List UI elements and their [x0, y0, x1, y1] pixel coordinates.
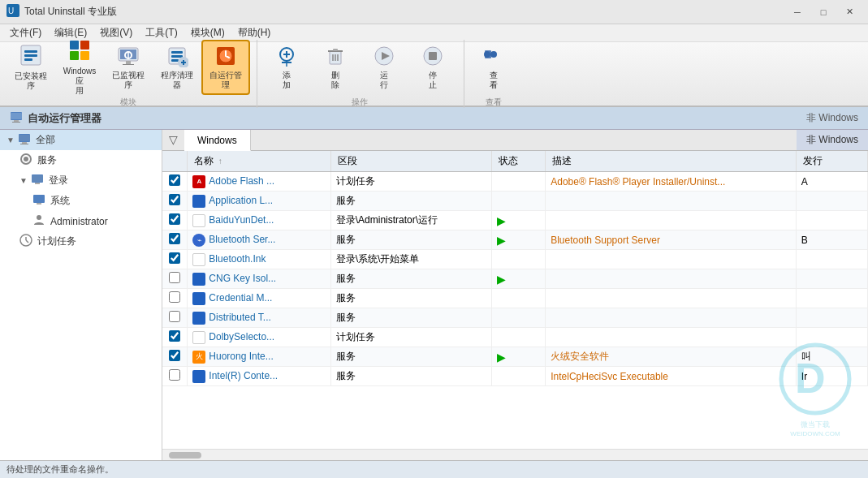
toolbar-run-btn[interactable]: 运行 [360, 40, 408, 95]
table-row[interactable]: AAdobe Flash ...计划任务Adobe® Flash® Player… [162, 172, 868, 192]
sidebar-item-system[interactable]: 系统 [0, 191, 162, 211]
svg-rect-49 [22, 142, 27, 144]
row-checkbox[interactable] [169, 330, 180, 342]
row-checkbox[interactable] [169, 272, 180, 283]
menu-modules[interactable]: 模块(M) [184, 24, 231, 41]
view-label: 查看 [490, 71, 498, 90]
row-desc [546, 308, 797, 328]
row-checkbox[interactable] [169, 350, 180, 361]
table-row[interactable]: CNG Key Isol...服务▶ [162, 269, 868, 289]
section-icon [10, 110, 23, 126]
table-row[interactable]: Credential M...服务 [162, 289, 868, 308]
toolbar-stop-btn[interactable]: 停止 [408, 40, 457, 95]
table-header-row: 名称 ↑ 区段 状态 描述 发行 [162, 151, 868, 172]
row-checkbox[interactable] [169, 252, 180, 264]
toolbar-autorun-btn[interactable]: 自运行管理 [201, 40, 250, 95]
row-section: 计划任务 [330, 328, 491, 347]
hscrollbar[interactable] [162, 449, 868, 460]
col-desc[interactable]: 描述 [546, 151, 797, 172]
row-name: Bluetooth.Ink [188, 250, 330, 269]
svg-rect-9 [80, 51, 89, 60]
row-publisher [796, 308, 867, 328]
sidebar-icon-system [32, 193, 45, 209]
toolbar-view-btn[interactable]: 查看 [469, 40, 518, 95]
menu-help[interactable]: 帮助(H) [231, 24, 278, 41]
table-row[interactable]: Distributed T...服务 [162, 308, 868, 328]
col-status[interactable]: 状态 [492, 151, 546, 172]
sidebar-icon-all [18, 132, 31, 148]
svg-text:U: U [8, 6, 14, 15]
close-button[interactable]: ✕ [837, 4, 862, 20]
svg-rect-18 [171, 55, 183, 58]
svg-rect-4 [24, 54, 37, 57]
toolbar-windows-btn[interactable]: Windows 应用 [55, 40, 104, 95]
maximize-button[interactable]: □ [811, 4, 836, 20]
sidebar-item-services[interactable]: 服务 [0, 150, 162, 170]
col-section[interactable]: 区段 [330, 151, 491, 172]
col-name[interactable]: 名称 ↑ [188, 151, 330, 172]
menu-file[interactable]: 文件(F) [3, 24, 48, 41]
sidebar-icon-admin [32, 213, 45, 229]
svg-rect-19 [171, 59, 179, 62]
row-checkbox[interactable] [169, 369, 180, 381]
row-checkbox[interactable] [169, 311, 180, 322]
row-section: 服务 [330, 308, 491, 328]
sidebar-label-login: 登录 [49, 174, 68, 187]
svg-point-52 [24, 157, 28, 161]
row-status [492, 192, 546, 211]
table-row[interactable]: 火Huorong Inte...服务▶火绒安全软件叫 [162, 347, 868, 367]
svg-rect-7 [80, 41, 89, 50]
row-checkbox[interactable] [169, 213, 180, 225]
svg-rect-17 [171, 51, 183, 54]
toolbar-cleaner-btn[interactable]: 程序清理器 [153, 40, 201, 95]
section-title: 自动运行管理器 [28, 111, 101, 126]
svg-rect-50 [20, 144, 28, 144]
filter-icon[interactable]: ▽ [162, 130, 184, 150]
toolbar-ops-group: 添加 删除 运行 停止 [262, 40, 464, 108]
module-group-label: 模块 [6, 97, 250, 108]
tab-non-windows[interactable]: 非 Windows [797, 130, 868, 150]
table-row[interactable]: ⌁Bluetooth Ser...服务▶Bluetooth Support Se… [162, 230, 868, 250]
row-publisher [796, 211, 867, 230]
table-row[interactable]: BaiduYunDet...登录\Administrator\运行▶ [162, 211, 868, 230]
row-desc [546, 269, 797, 289]
menu-view[interactable]: 视图(V) [93, 24, 139, 41]
toolbar-installed-btn[interactable]: 已安装程序 [6, 40, 55, 95]
table-row[interactable]: Application L...服务 [162, 192, 868, 211]
table-row[interactable]: Intel(R) Conte...服务IntelCpHeciSvc Execut… [162, 367, 868, 386]
toolbar-delete-btn[interactable]: 删除 [311, 40, 360, 95]
statusbar: 待处理的文件重命名操作。 [0, 460, 868, 478]
row-publisher [796, 328, 867, 347]
minimize-button[interactable]: ─ [785, 4, 810, 20]
row-publisher [796, 289, 867, 308]
svg-rect-56 [33, 195, 45, 203]
row-checkbox[interactable] [169, 194, 180, 205]
toolbar-monitor-btn[interactable]: 已监视程序 [104, 40, 153, 95]
svg-rect-39 [429, 52, 437, 60]
sidebar-item-admin[interactable]: Administrator [0, 211, 162, 231]
row-checkbox[interactable] [169, 291, 180, 303]
row-name: Distributed T... [188, 308, 330, 328]
row-publisher: 叫 [796, 347, 867, 367]
table-row[interactable]: DolbySelecto...计划任务 [162, 328, 868, 347]
col-publisher[interactable]: 发行 [796, 151, 867, 172]
row-status [492, 328, 546, 347]
sidebar-item-all[interactable]: ▼ 全部 [0, 130, 162, 150]
menu-tools[interactable]: 工具(T) [139, 24, 184, 41]
table-container[interactable]: 名称 ↑ 区段 状态 描述 发行 AAdobe Flash ...计划任务Ado… [162, 151, 868, 449]
row-status: ▶ [492, 347, 546, 367]
sidebar: ▼ 全部 服务 ▼ 登录 [0, 130, 162, 460]
row-checkbox[interactable] [169, 233, 180, 244]
tab-windows[interactable]: Windows [184, 130, 251, 151]
row-desc [546, 192, 797, 211]
sidebar-arrow-login: ▼ [19, 176, 28, 185]
sidebar-item-login[interactable]: ▼ 登录 [0, 170, 162, 191]
table-row[interactable]: Bluetooth.Ink登录\系统\开始菜单 [162, 250, 868, 269]
row-name: CNG Key Isol... [188, 269, 330, 289]
sidebar-item-scheduled[interactable]: 计划任务 [0, 231, 162, 252]
row-checkbox[interactable] [169, 174, 180, 186]
run-icon [373, 45, 395, 70]
row-publisher: A [796, 172, 867, 192]
col-publisher-label: 发行 [803, 155, 823, 166]
toolbar-add-btn[interactable]: 添加 [262, 40, 311, 95]
